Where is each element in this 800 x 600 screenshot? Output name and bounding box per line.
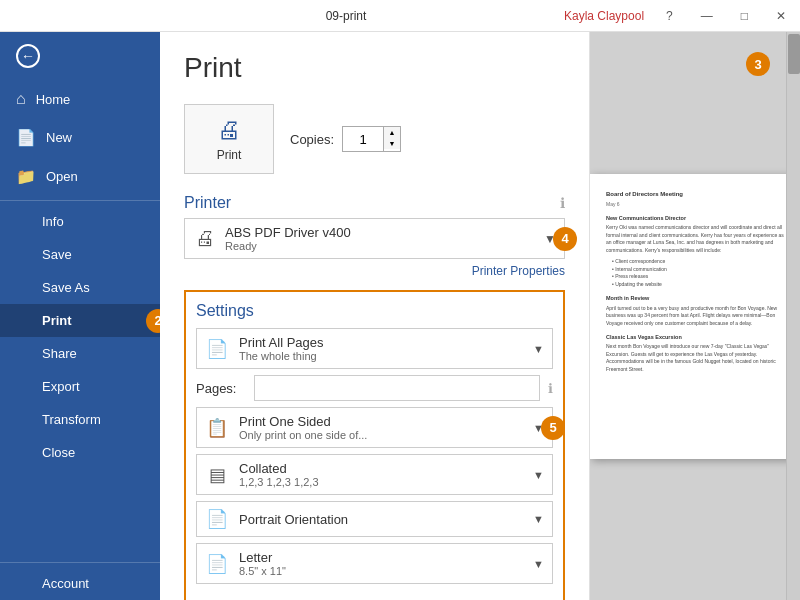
sidebar-item-new[interactable]: 📄 New xyxy=(0,118,160,157)
sidebar-divider-1 xyxy=(0,200,160,201)
print-all-pages-main: Print All Pages xyxy=(239,335,533,350)
orientation-icon: 📄 xyxy=(205,508,229,530)
title-bar: 09-print Kayla Claypool ? — □ ✕ xyxy=(0,0,800,32)
one-sided-text: Print One Sided Only print on one side o… xyxy=(239,414,533,441)
back-button[interactable]: ← xyxy=(0,32,160,80)
badge-2: 2 xyxy=(146,309,160,333)
pages-row: Pages: ℹ xyxy=(196,375,553,401)
sidebar-item-export[interactable]: Export xyxy=(0,370,160,403)
setting-one-sided[interactable]: 📋 Print One Sided Only print on one side… xyxy=(196,407,553,448)
collated-text: Collated 1,2,3 1,2,3 1,2,3 xyxy=(239,461,533,488)
print-button[interactable]: 🖨 Print xyxy=(184,104,274,174)
setting-collated[interactable]: ▤ Collated 1,2,3 1,2,3 1,2,3 ▼ xyxy=(196,454,553,495)
help-button[interactable]: ? xyxy=(660,7,679,25)
sidebar-item-print[interactable]: Print 2 xyxy=(0,304,160,337)
collated-sub: 1,2,3 1,2,3 1,2,3 xyxy=(239,476,533,488)
printer-header-row: Printer ℹ xyxy=(184,194,565,212)
printer-section: Printer ℹ 🖨 ABS PDF Driver v400 Ready ▼ xyxy=(184,194,565,278)
setting-orientation[interactable]: 📄 Portrait Orientation ▼ xyxy=(196,501,553,537)
print-all-pages-chevron: ▼ xyxy=(533,343,544,355)
print-all-pages-icon: 📄 xyxy=(205,338,229,360)
preview-bullet-2: • Internal communication xyxy=(606,266,784,274)
sidebar-item-share[interactable]: Share xyxy=(0,337,160,370)
print-button-label: Print xyxy=(217,148,242,162)
preview-section-2-title: Month in Review xyxy=(606,294,784,302)
minimize-button[interactable]: — xyxy=(695,7,719,25)
sidebar-divider-2 xyxy=(0,562,160,563)
sidebar-spacer xyxy=(0,469,160,558)
one-sided-main: Print One Sided xyxy=(239,414,533,429)
paper-icon: 📄 xyxy=(205,553,229,575)
printer-device-icon: 🖨 xyxy=(195,227,215,250)
printer-section-title: Printer xyxy=(184,194,231,212)
settings-box: Settings 📄 Print All Pages The whole thi… xyxy=(184,290,565,600)
sidebar-item-open[interactable]: 📁 Open xyxy=(0,157,160,196)
main-content: Print 🖨 Print Copies: ▲ ▼ xyxy=(160,32,800,600)
setting-one-sided-container: 📋 Print One Sided Only print on one side… xyxy=(196,407,553,448)
setting-paper[interactable]: 📄 Letter 8.5" x 11" ▼ xyxy=(196,543,553,584)
print-button-row: 🖨 Print Copies: ▲ ▼ xyxy=(184,104,565,174)
printer-properties-link[interactable]: Printer Properties xyxy=(472,264,565,278)
back-icon: ← xyxy=(16,44,40,68)
badge-3: 3 xyxy=(746,52,770,76)
home-icon: ⌂ xyxy=(16,90,26,108)
preview-panel: 3 Board of Directors Meeting May 6 New C… xyxy=(590,32,800,600)
sidebar-item-account[interactable]: Account xyxy=(0,567,160,600)
pages-info-icon: ℹ xyxy=(548,381,553,396)
printer-info-icon: ℹ xyxy=(560,195,565,211)
copies-label: Copies: xyxy=(290,132,334,147)
orientation-chevron: ▼ xyxy=(533,513,544,525)
paper-sub: 8.5" x 11" xyxy=(239,565,533,577)
sidebar-home-label: Home xyxy=(36,92,71,107)
print-all-pages-text: Print All Pages The whole thing xyxy=(239,335,533,362)
preview-doc-date: May 6 xyxy=(606,201,784,209)
collated-icon: ▤ xyxy=(205,464,229,486)
copies-wrapper: ▲ ▼ xyxy=(342,126,401,152)
app-body: ← ⌂ Home 📄 New 📁 Open Info Save Save As … xyxy=(0,32,800,600)
orientation-main: Portrait Orientation xyxy=(239,512,533,527)
orientation-text: Portrait Orientation xyxy=(239,512,533,527)
copies-row: Copies: ▲ ▼ xyxy=(290,126,401,152)
pages-input[interactable] xyxy=(254,375,540,401)
setting-print-all-pages[interactable]: 📄 Print All Pages The whole thing ▼ xyxy=(196,328,553,369)
sidebar-open-label: Open xyxy=(46,169,78,184)
print-button-icon: 🖨 xyxy=(217,116,241,144)
paper-main: Letter xyxy=(239,550,533,565)
preview-section-3-body: Next month Bon Voyage will introduce our… xyxy=(606,343,784,373)
open-icon: 📁 xyxy=(16,167,36,186)
printer-select-container: 🖨 ABS PDF Driver v400 Ready ▼ 4 xyxy=(184,218,565,259)
preview-scroll-thumb xyxy=(788,34,800,74)
one-sided-icon: 📋 xyxy=(205,417,229,439)
copies-down-arrow[interactable]: ▼ xyxy=(384,138,400,149)
print-title: Print xyxy=(184,52,565,84)
copies-up-arrow[interactable]: ▲ xyxy=(384,127,400,138)
preview-section-3-title: Classic Las Vegas Excursion xyxy=(606,333,784,341)
badge-5: 5 xyxy=(541,416,565,440)
printer-select-row[interactable]: 🖨 ABS PDF Driver v400 Ready ▼ xyxy=(184,218,565,259)
preview-section-2-body: April turned out to be a very busy and p… xyxy=(606,305,784,328)
one-sided-sub: Only print on one side of... xyxy=(239,429,533,441)
preview-bullet-1: • Client correspondence xyxy=(606,258,784,266)
sidebar-item-home[interactable]: ⌂ Home xyxy=(0,80,160,118)
copies-input[interactable] xyxy=(343,127,383,151)
maximize-button[interactable]: □ xyxy=(735,7,754,25)
preview-bullet-3: • Press releases xyxy=(606,273,784,281)
copies-arrows: ▲ ▼ xyxy=(383,127,400,151)
preview-bullet-4: • Updating the website xyxy=(606,281,784,289)
sidebar: ← ⌂ Home 📄 New 📁 Open Info Save Save As … xyxy=(0,32,160,600)
paper-chevron: ▼ xyxy=(533,558,544,570)
sidebar-item-close[interactable]: Close xyxy=(0,436,160,469)
close-button[interactable]: ✕ xyxy=(770,7,792,25)
preview-scrollbar[interactable] xyxy=(786,32,800,600)
preview-doc-title: Board of Directors Meeting xyxy=(606,190,784,199)
sidebar-item-saveas[interactable]: Save As xyxy=(0,271,160,304)
sidebar-item-info[interactable]: Info xyxy=(0,205,160,238)
preview-section-1-title: New Communications Director xyxy=(606,214,784,222)
printer-info: ABS PDF Driver v400 Ready xyxy=(225,225,351,252)
paper-text: Letter 8.5" x 11" xyxy=(239,550,533,577)
sidebar-item-transform[interactable]: Transform xyxy=(0,403,160,436)
sidebar-item-save[interactable]: Save xyxy=(0,238,160,271)
new-icon: 📄 xyxy=(16,128,36,147)
title-bar-filename: 09-print xyxy=(128,9,564,23)
print-panel: Print 🖨 Print Copies: ▲ ▼ xyxy=(160,32,590,600)
